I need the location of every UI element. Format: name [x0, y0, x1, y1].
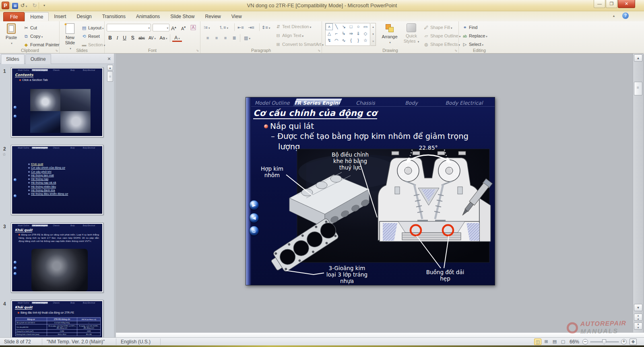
close-panel-icon[interactable]: ✕	[106, 56, 112, 62]
shape-elbow-arrow-icon[interactable]: ↳	[340, 30, 347, 37]
undo-button[interactable]: ↺▾	[20, 2, 28, 10]
panel-scrollbar[interactable]: ▲ ≡	[106, 65, 113, 141]
scroll-up-icon[interactable]: ▲	[634, 54, 642, 62]
zoom-out-icon[interactable]: –	[582, 339, 588, 345]
shape-effects-button[interactable]: ◍Shape Effects▾	[423, 40, 460, 48]
tab-file[interactable]: File	[3, 12, 25, 21]
numbering-button[interactable]: ⒈≡▾	[219, 23, 228, 31]
clipboard-dialog-launcher[interactable]: ⇘	[55, 49, 58, 52]
next-slide-button[interactable]: ▼▼	[634, 322, 642, 330]
drawing-dialog-launcher[interactable]: ⇘	[454, 49, 457, 52]
slide-2-thumbnail[interactable]: Model OutlineTR Series EngineChassisBody…	[11, 145, 103, 215]
language-indicator[interactable]: English (U.S.)	[121, 339, 151, 345]
text-shadow-button[interactable]: S	[129, 34, 136, 42]
shape-down-arrow-icon[interactable]: ⇓	[355, 30, 362, 37]
panel-scroll-up-icon[interactable]: ▲	[107, 65, 113, 70]
slide-counter[interactable]: Slide 8 of 72	[4, 339, 31, 345]
bullets-button[interactable]: ⁝≡▾	[204, 23, 210, 31]
shape-elbow-icon[interactable]: ⌐	[333, 30, 340, 37]
previous-slide-button[interactable]: ▲▲	[634, 314, 642, 321]
animation-star-icon[interactable]: ☆	[2, 152, 6, 157]
shape-brace-right-icon[interactable]: }	[355, 37, 362, 44]
theme-name[interactable]: "NM Temp. Ver. 2.0 (Main)"	[47, 339, 105, 345]
paragraph-dialog-launcher[interactable]: ⇘	[318, 49, 320, 52]
select-button[interactable]: ▷Select▾	[462, 40, 483, 48]
character-spacing-button[interactable]: AV▾	[147, 34, 157, 42]
shape-brace-left-icon[interactable]: {	[347, 37, 355, 44]
shape-gallery[interactable]: A╲↘□○▭ △⌐↳⇒⇓◇ ↯◠∿{}☆	[325, 23, 370, 46]
tab-review[interactable]: Review	[200, 12, 226, 21]
format-painter-button[interactable]: ◆Format Painter	[23, 41, 60, 49]
shape-oval-icon[interactable]: ○	[355, 23, 362, 30]
vertical-scrollbar[interactable]: ▲ ▼ ▲▲ ▼▼	[633, 54, 643, 333]
tab-transitions[interactable]: Transitions	[97, 12, 131, 21]
horizontal-scroll-strip[interactable]	[116, 333, 644, 337]
shape-arc-icon[interactable]: ◠	[333, 37, 340, 44]
tab-slides[interactable]: Slides	[1, 54, 25, 64]
new-slide-button[interactable]: ✷ New Slide▾	[60, 23, 80, 48]
layout-button[interactable]: ▤Layout▾	[81, 24, 104, 32]
clear-formatting-button[interactable]: 🄰	[191, 23, 196, 31]
reset-button[interactable]: ⟲Reset	[81, 32, 100, 40]
section-button[interactable]: ▬Section▾	[81, 41, 105, 49]
italic-button[interactable]: I	[114, 34, 121, 42]
cut-button[interactable]: ✂Cut	[23, 24, 37, 32]
restore-button[interactable]: ❐	[606, 0, 617, 8]
align-center-button[interactable]: ≡	[213, 34, 221, 42]
tab-animations[interactable]: Animations	[131, 12, 165, 21]
font-dialog-launcher[interactable]: ⇘	[196, 49, 199, 52]
align-right-button[interactable]: ≡	[221, 34, 229, 42]
underline-button[interactable]: U	[121, 34, 128, 42]
help-icon[interactable]: ?	[622, 12, 629, 19]
slide-4-thumbnail[interactable]: Model OutlineTR Series EngineChassisBody…	[11, 300, 103, 337]
shape-arrow-icon[interactable]: ↘	[340, 23, 347, 30]
slide-nav-back-button[interactable]: ◀	[249, 213, 259, 223]
tab-insert[interactable]: Insert	[49, 12, 71, 21]
bold-button[interactable]: B	[107, 34, 114, 42]
change-case-button[interactable]: Aa▾	[159, 34, 168, 42]
slide-3-thumbnail[interactable]: Model OutlineTR Series EngineChassisBody…	[11, 223, 103, 293]
scroll-thumb[interactable]	[634, 82, 642, 95]
align-left-button[interactable]: ≡	[204, 34, 212, 42]
slide-graphics[interactable]	[246, 97, 495, 285]
align-text-button[interactable]: ⊟Align Text▾	[275, 31, 303, 39]
shape-rectangle-icon[interactable]: □	[347, 23, 355, 30]
font-name-combobox[interactable]: ▾	[107, 24, 151, 31]
slideshow-view-button[interactable]: ▢	[559, 339, 567, 345]
zoom-in-icon[interactable]: +	[621, 339, 627, 345]
shape-scribble-icon[interactable]: ↯	[326, 37, 333, 44]
shape-curve-icon[interactable]: ∿	[340, 37, 347, 44]
shape-fill-button[interactable]: 🖉Shape Fill▾	[423, 23, 452, 31]
line-spacing-button[interactable]: ⇕≡▾	[262, 23, 270, 31]
reading-view-button[interactable]: ▤	[551, 339, 558, 345]
columns-button[interactable]: ▥▾	[242, 34, 252, 42]
tab-design[interactable]: Design	[71, 12, 97, 21]
tab-home[interactable]: Home	[25, 12, 49, 21]
minimize-button[interactable]: —	[594, 0, 605, 8]
quick-styles-button[interactable]: Quick Styles ▾	[401, 23, 422, 48]
zoom-slider[interactable]	[590, 341, 619, 343]
font-color-button[interactable]: A▾	[172, 34, 182, 42]
convert-smartart-button[interactable]: ⊞Convert to SmartArt▾	[275, 40, 324, 48]
label-valve-angle[interactable]: 22.85°	[414, 145, 442, 151]
shape-gallery-scrollbar[interactable]: ▴▾≡	[371, 23, 376, 46]
slide-nav-home-button[interactable]: ⌂	[249, 226, 259, 235]
paste-button[interactable]: Paste▾	[2, 23, 21, 48]
save-icon[interactable]: ▦	[12, 3, 18, 9]
zoom-level[interactable]: 66%	[570, 339, 579, 345]
find-button[interactable]: ⚭Find	[462, 23, 477, 31]
qat-customize-button[interactable]: ▾	[40, 2, 48, 10]
shape-triangle-icon[interactable]: △	[326, 30, 333, 37]
label-hydraulic-lash-adjuster[interactable]: Bộ điều chỉnh khe hở bằng thuỷ lực	[326, 151, 374, 171]
undo-dropdown-icon[interactable]: ▾	[26, 5, 27, 8]
minimize-ribbon-icon[interactable]: ▴	[609, 12, 618, 19]
arrange-button[interactable]: Arrange▾	[379, 23, 400, 48]
text-direction-button[interactable]: ⇵Text Direction▾	[275, 23, 311, 31]
shape-rounded-rect-icon[interactable]: ▭	[362, 23, 369, 30]
shape-outline-button[interactable]: ▱Shape Outline▾	[423, 32, 460, 40]
slide-sorter-view-button[interactable]: ⊞	[543, 339, 550, 345]
replace-button[interactable]: abReplace▾	[462, 32, 487, 40]
normal-view-button[interactable]: ◫	[534, 339, 541, 345]
font-size-combobox[interactable]: ▾	[153, 24, 169, 31]
justify-button[interactable]: ≣	[230, 34, 238, 42]
